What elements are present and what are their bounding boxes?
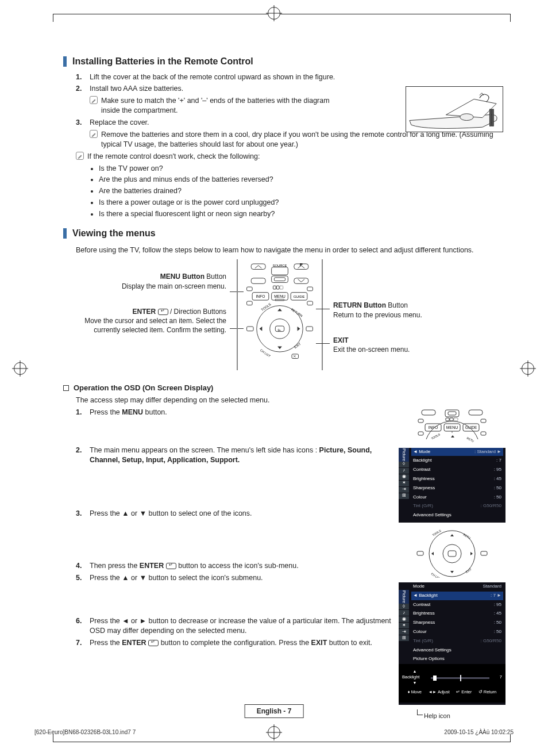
step-text: Press the ▲ or ▼ button to select the ic… — [90, 573, 393, 583]
step-text: Install two AAA size batteries. — [90, 85, 183, 93]
check-item: Are the plus and minus ends of the batte… — [99, 175, 505, 185]
enter-icon — [148, 640, 159, 646]
osd-row-label: Mode — [419, 449, 430, 454]
osd-menu-screen-2: Picture ◊ ♪ ◉ ✶ ⇥ ⊞ ModeStandard — [399, 582, 505, 705]
svg-rect-7 — [272, 276, 288, 282]
osd-tab-icon: ◊ — [399, 604, 409, 609]
battery-install-figure — [406, 86, 503, 132]
svg-rect-41 — [454, 418, 458, 421]
svg-rect-1 — [492, 109, 493, 126]
osd-tab-icon: ✶ — [399, 481, 409, 486]
checklist-intro: If the remote control doesn't work, chec… — [87, 152, 260, 162]
osd-tab-picture: Picture — [399, 448, 409, 462]
registration-mark-icon — [268, 7, 280, 20]
osd-row-label: Colour — [413, 494, 427, 501]
help-move: Move — [411, 689, 422, 694]
help-icon-label: Help icon — [417, 712, 505, 720]
svg-text:MENU: MENU — [274, 295, 285, 299]
enter-icon — [158, 309, 168, 315]
svg-rect-28 — [247, 327, 253, 331]
osd-tab-picture: Picture — [399, 590, 409, 604]
registration-mark-icon — [14, 362, 26, 375]
svg-rect-29 — [306, 327, 312, 331]
osd-row-label: Advanced Settings — [413, 512, 451, 519]
enter-button-label: ENTER — [133, 308, 156, 316]
svg-rect-50 — [418, 432, 423, 435]
section-title: Installing Batteries in the Remote Contr… — [72, 55, 253, 68]
subsection-title: Operation the OSD (On Screen Display) — [74, 383, 213, 393]
subsection-desc: The access step may differ depending on … — [76, 396, 505, 405]
svg-rect-34 — [292, 354, 298, 359]
svg-text:P: P — [300, 263, 303, 267]
svg-text:TOOLS: TOOLS — [431, 432, 441, 440]
svg-rect-0 — [489, 109, 491, 126]
svg-rect-36 — [445, 410, 459, 417]
osd-row-label: Brightness — [413, 476, 435, 482]
osd-menu-screen-1: Picture ◊ ♪ ◉ ✶ ⇥ ⊞ ◄ Mode — [399, 448, 505, 523]
svg-rect-12 — [276, 286, 279, 290]
step-text: Lift the cover at the back of the remote… — [90, 72, 505, 82]
osd-tab-icon: ♪ — [399, 468, 409, 474]
step-number: 2. — [76, 446, 90, 465]
step-number: 3. — [76, 118, 90, 149]
osd-tab-icon: ⊞ — [399, 635, 409, 641]
osd-row-value: : 45 — [494, 611, 501, 617]
menu-button-label: MENU Button — [160, 273, 204, 281]
osd-row-label: Sharpness — [413, 620, 435, 626]
step-number: 1. — [76, 408, 90, 417]
osd-row-label: Backlight — [419, 593, 437, 598]
svg-rect-2 — [251, 264, 265, 270]
return-button-desc: Return to the previous menu. — [333, 310, 505, 320]
svg-rect-48 — [418, 419, 423, 423]
osd-row-value: : G50/R50 — [481, 503, 501, 509]
check-item: Is there a special fluorescent light or … — [99, 209, 505, 219]
section-bar — [63, 228, 67, 239]
osd-row-value: : 95 — [494, 467, 501, 473]
svg-text:SOURCE: SOURCE — [273, 264, 287, 267]
subsection-icon — [63, 385, 69, 391]
svg-rect-31 — [307, 287, 313, 291]
osd-row-value: : 45 — [494, 476, 501, 482]
svg-rect-10 — [294, 278, 308, 284]
svg-text:RETU: RETU — [466, 436, 475, 443]
svg-rect-38 — [469, 410, 483, 415]
osd-tab-icon: ♪ — [399, 610, 409, 616]
enter-icon — [166, 563, 176, 569]
step-text: Replace the cover. — [90, 118, 149, 126]
svg-rect-32 — [247, 301, 253, 305]
step-number: 3. — [76, 509, 90, 519]
osd-row-value: : 95 — [494, 602, 501, 608]
osd-row-label: Picture Options — [413, 656, 445, 662]
osd-row-value: : 50 — [494, 494, 501, 501]
osd-tab-icon: ⇥ — [399, 629, 409, 635]
osd-tab-icon: ◉ — [399, 474, 409, 480]
help-return: Return — [484, 689, 497, 694]
note-icon — [90, 130, 98, 138]
svg-rect-4 — [272, 267, 288, 275]
svg-rect-9 — [251, 278, 265, 284]
svg-point-22 — [270, 319, 290, 339]
osd-tab-icon: ✶ — [399, 623, 409, 628]
print-date-label: 2009-10-15 ¿ÀÀü 10:02:25 — [444, 729, 514, 735]
note-text: Remove the batteries and store them in a… — [101, 130, 505, 149]
osd-row-value: : 7 — [491, 593, 496, 598]
osd-tab-icon: ◊ — [399, 462, 409, 467]
step-text: The main menu appears on the screen. The… — [90, 446, 393, 465]
svg-rect-13 — [280, 286, 283, 290]
registration-mark-icon — [522, 362, 534, 375]
osd-row-label: Brightness — [413, 611, 435, 617]
note-text: Make sure to match the '+' and '–' ends … — [101, 96, 342, 116]
osd-row-label: Sharpness — [413, 485, 435, 492]
osd-tab-icon: ◉ — [399, 616, 409, 622]
step-number: 4. — [76, 561, 90, 571]
osd-row-label: Contrast — [413, 467, 430, 473]
help-adjust: Adjust — [438, 689, 450, 694]
osd-tab-icon: ⊞ — [399, 493, 409, 499]
osd-row-value: : Standard — [474, 449, 496, 454]
svg-text:INFO: INFO — [256, 295, 265, 299]
svg-text:MENU: MENU — [446, 425, 458, 429]
check-item: Are the batteries drained? — [99, 186, 505, 196]
osd-row-label: Backlight — [413, 458, 431, 464]
osd-row-label: Colour — [413, 629, 427, 635]
osd-row-label: Contrast — [413, 602, 430, 608]
